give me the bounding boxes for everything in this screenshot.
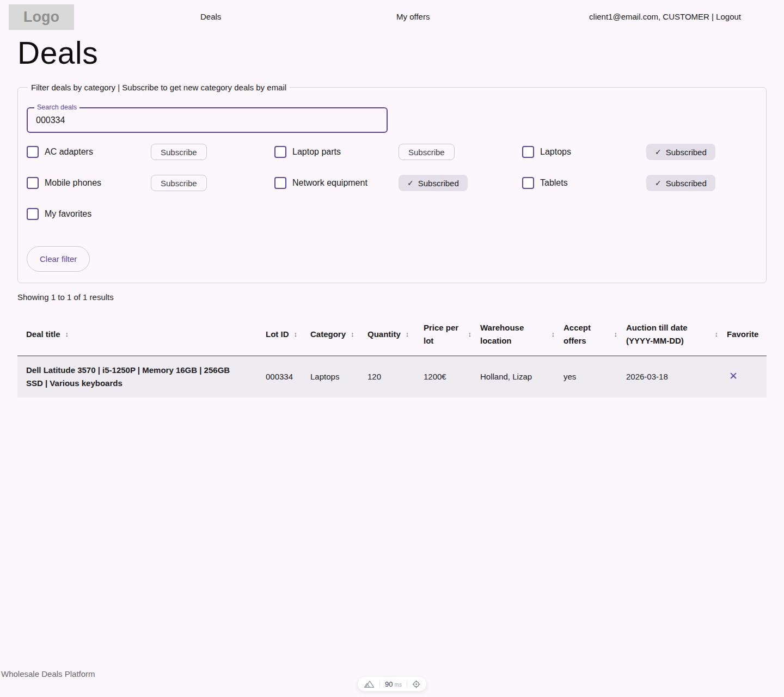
footer-platform-name: Wholesale Deals Platform — [1, 669, 95, 678]
sort-icon: ↕ — [552, 328, 555, 341]
subscribed-label: Subscribed — [666, 179, 707, 188]
results-summary: Showing 1 to 1 of 1 results — [17, 292, 784, 302]
checkbox-my-favorites[interactable] — [27, 208, 39, 220]
cell-price-per-lot: 1200€ — [415, 356, 471, 398]
checkbox-tablets[interactable] — [522, 177, 534, 189]
column-header-auction-till-date[interactable]: Auction till date (YYYY-MM-DD)↕ — [617, 314, 718, 356]
cell-favorite: ✕ — [718, 356, 767, 398]
category-label[interactable]: Network equipment — [292, 178, 367, 188]
search-input[interactable] — [28, 108, 387, 132]
remove-favorite-icon[interactable]: ✕ — [727, 371, 738, 381]
checkbox-ac-adapters[interactable] — [27, 146, 39, 158]
column-header-quantity[interactable]: Quantity↕ — [359, 314, 415, 356]
nav-link-deals[interactable]: Deals — [200, 12, 221, 21]
subscribed-label: Subscribed — [666, 148, 707, 157]
cell-deal-title: Dell Latitude 3570 | i5-1250P | Memory 1… — [17, 356, 257, 398]
sort-icon: ↕ — [294, 328, 298, 341]
category-cell-tablets: Tablets ✓ Subscribed — [522, 175, 757, 191]
column-header-category[interactable]: Category↕ — [302, 314, 359, 356]
filter-panel: Filter deals by category | Subscribe to … — [17, 83, 767, 283]
search-field: Search deals — [27, 107, 388, 133]
table-header-row: Deal title↕ Lot ID↕ Category↕ Quantity↕ … — [17, 314, 767, 356]
category-label[interactable]: Mobile phones — [45, 178, 101, 188]
deals-table: Deal title↕ Lot ID↕ Category↕ Quantity↕ … — [17, 314, 767, 398]
column-header-deal-title[interactable]: Deal title↕ — [17, 314, 257, 356]
cell-category: Laptops — [302, 356, 359, 398]
cell-auction-till-date: 2026-03-18 — [617, 356, 718, 398]
column-header-lot-id[interactable]: Lot ID↕ — [257, 314, 302, 356]
checkbox-laptop-parts[interactable] — [274, 146, 286, 158]
inspect-crosshair-icon[interactable] — [412, 680, 420, 688]
latency-indicator[interactable]: 90ms — [385, 680, 402, 688]
logo[interactable]: Logo — [9, 4, 74, 30]
nav-link-my-offers[interactable]: My offers — [396, 12, 430, 21]
latency-unit: ms — [395, 682, 402, 688]
clear-filter-button[interactable]: Clear filter — [27, 246, 90, 272]
sort-icon: ↕ — [351, 328, 354, 341]
category-label[interactable]: Tablets — [540, 178, 568, 188]
category-label[interactable]: Laptop parts — [292, 147, 341, 157]
category-cell-ac-adapters: AC adapters Subscribe — [27, 144, 274, 160]
category-label[interactable]: Laptops — [540, 147, 571, 157]
cell-quantity: 120 — [359, 356, 415, 398]
category-label[interactable]: My favorites — [45, 209, 91, 219]
divider — [379, 681, 380, 687]
category-cell-network-equipment: Network equipment ✓ Subscribed — [274, 175, 522, 191]
subscribe-button-ac-adapters[interactable]: Subscribe — [151, 144, 207, 160]
category-cell-laptop-parts: Laptop parts Subscribe — [274, 144, 522, 160]
checkbox-mobile-phones[interactable] — [27, 177, 39, 189]
sort-icon: ↕ — [406, 328, 409, 341]
checkbox-laptops[interactable] — [522, 146, 534, 158]
devtools-toolbar[interactable]: 90ms — [357, 676, 427, 692]
sort-icon: ↕ — [715, 328, 719, 341]
category-grid: AC adapters Subscribe Laptop parts Subsc… — [27, 144, 757, 222]
subscribe-button-laptop-parts[interactable]: Subscribe — [399, 144, 455, 160]
subscribed-button-laptops[interactable]: ✓ Subscribed — [646, 144, 715, 160]
top-navigation: Logo Deals My offers client1@email.com, … — [0, 0, 784, 33]
page-title: Deals — [17, 35, 784, 71]
sort-icon: ↕ — [65, 328, 69, 341]
subscribed-label: Subscribed — [418, 179, 459, 188]
category-cell-my-favorites: My favorites — [27, 206, 274, 222]
subscribed-button-tablets[interactable]: ✓ Subscribed — [646, 175, 715, 191]
logo-text: Logo — [23, 9, 59, 26]
user-info-logout[interactable]: client1@email.com, CUSTOMER | Logout — [589, 12, 741, 21]
nuxt-logo-icon[interactable] — [364, 680, 375, 688]
checkbox-network-equipment[interactable] — [274, 177, 286, 189]
sort-icon: ↕ — [614, 328, 618, 341]
search-field-label: Search deals — [34, 103, 79, 111]
column-header-favorite: Favorite — [718, 314, 767, 356]
subscribed-button-network-equipment[interactable]: ✓ Subscribed — [399, 175, 468, 191]
table-row: Dell Latitude 3570 | i5-1250P | Memory 1… — [17, 356, 767, 398]
check-icon: ✓ — [655, 179, 661, 187]
column-header-warehouse-location[interactable]: Warehouse location↕ — [471, 314, 555, 356]
category-label[interactable]: AC adapters — [45, 147, 93, 157]
filter-legend: Filter deals by category | Subscribe to … — [28, 83, 290, 92]
cell-lot-id: 000334 — [257, 356, 302, 398]
column-header-price-per-lot[interactable]: Price per lot↕ — [415, 314, 471, 356]
divider — [407, 681, 407, 687]
category-cell-mobile-phones: Mobile phones Subscribe — [27, 175, 274, 191]
sort-icon: ↕ — [468, 328, 472, 341]
column-header-accept-offers[interactable]: Accept offers↕ — [555, 314, 617, 356]
check-icon: ✓ — [407, 179, 414, 187]
cell-accept-offers: yes — [555, 356, 617, 398]
category-cell-laptops: Laptops ✓ Subscribed — [522, 144, 757, 160]
cell-warehouse-location: Holland, Lizap — [471, 356, 555, 398]
subscribe-button-mobile-phones[interactable]: Subscribe — [151, 175, 207, 191]
check-icon: ✓ — [655, 148, 661, 156]
